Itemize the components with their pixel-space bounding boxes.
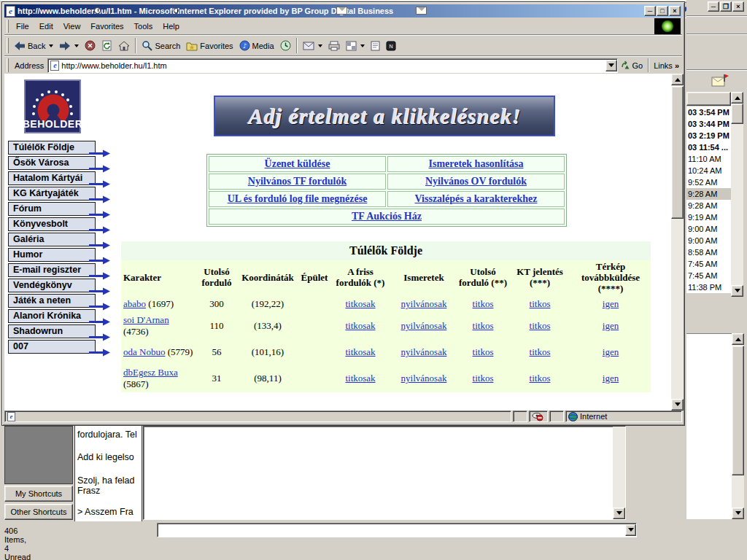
minimize-button[interactable]: ─ — [644, 6, 656, 16]
fresh-link[interactable]: titkosak — [345, 346, 375, 357]
nav-item[interactable]: Hatalom Kártyái — [8, 171, 96, 185]
menu-help[interactable]: Help — [158, 20, 185, 33]
print-button[interactable] — [325, 37, 343, 55]
address-url[interactable]: http://www.beholder.hu/l1.htm — [61, 61, 603, 70]
forward-dropdown-icon[interactable] — [74, 44, 79, 50]
close-button[interactable]: × — [669, 6, 681, 16]
edit-dropdown-icon[interactable] — [360, 44, 365, 50]
fresh-link[interactable]: titkosak — [345, 373, 375, 384]
kt-link[interactable]: titkos — [530, 320, 551, 331]
outlook-close-button[interactable]: × — [732, 1, 744, 12]
quick-link-cell[interactable]: Nyilvános OV fordulók — [387, 174, 565, 190]
outlook-list-scrollbar[interactable] — [731, 92, 743, 297]
fresh-link[interactable]: titkosak — [345, 298, 375, 309]
stop-button[interactable] — [82, 37, 98, 55]
go-button[interactable]: Go — [618, 58, 646, 73]
mail-dropdown-icon[interactable] — [318, 44, 322, 50]
back-dropdown-icon[interactable] — [49, 44, 53, 50]
outlook-reading-scrollbar[interactable] — [732, 333, 744, 519]
knowledge-link[interactable]: nyilvánosak — [401, 373, 447, 384]
nav-item[interactable]: Alanori Krónika — [8, 309, 96, 323]
banner[interactable]: Adj értelmet a klikkelésnek! — [214, 96, 555, 136]
menu-tools[interactable]: Tools — [129, 20, 158, 33]
home-button[interactable] — [115, 37, 133, 55]
map-link[interactable]: igen — [603, 373, 619, 384]
link-ismeretek[interactable]: Ismeretek hasonlítása — [428, 158, 523, 169]
list-item[interactable]: 9:28 AM — [686, 200, 731, 211]
refresh-button[interactable] — [98, 37, 115, 55]
links-label[interactable]: Links — [654, 61, 673, 70]
beholder-logo[interactable]: BEHOLDER — [24, 79, 81, 133]
scroll-thumb[interactable] — [732, 346, 744, 475]
kt-link[interactable]: titkos — [530, 298, 551, 309]
list-item[interactable]: 03 11:54 ... — [686, 141, 731, 153]
list-item[interactable]: 7:45 AM — [686, 258, 731, 270]
menu-edit[interactable]: Edit — [34, 20, 58, 33]
map-link[interactable]: igen — [603, 298, 619, 309]
quick-link-cell[interactable]: Nyilvános TF fordulók — [209, 174, 386, 190]
nav-item[interactable]: Túlélők Földje — [8, 141, 96, 155]
lastturn-link[interactable]: titkos — [473, 373, 494, 384]
links-chevron-icon[interactable]: » — [675, 61, 679, 70]
list-item[interactable]: 03 3:54 PM — [686, 106, 731, 118]
list-item-selected[interactable]: 9:28 AM — [686, 188, 731, 200]
maximize-button[interactable]: □ — [657, 6, 668, 16]
link-visszalepes[interactable]: Visszalépés a karakterekhez — [415, 193, 538, 204]
list-item[interactable]: 03 3:44 PM — [686, 118, 731, 130]
character-link[interactable]: oda Nobuo — [123, 346, 165, 357]
list-item[interactable]: 11:10 AM — [686, 153, 731, 165]
lastturn-link[interactable]: titkos — [473, 320, 494, 331]
scroll-down-button[interactable] — [731, 285, 743, 297]
nav-item[interactable]: 007 — [8, 340, 96, 354]
scroll-down-button[interactable] — [671, 399, 684, 411]
outlook-minimize-button[interactable]: ─ — [708, 1, 719, 12]
lastturn-link[interactable]: titkos — [473, 298, 494, 309]
nav-item[interactable]: Könyvesbolt — [8, 217, 96, 231]
knowledge-link[interactable]: nyilvánosak — [401, 346, 447, 357]
nav-item[interactable]: Shadowrun — [8, 324, 96, 338]
address-dropdown-button[interactable] — [605, 60, 617, 71]
search-button[interactable]: Search — [139, 37, 183, 55]
lastturn-link[interactable]: titkos — [473, 346, 494, 357]
kt-link[interactable]: titkos — [530, 373, 551, 384]
toolbar-grip[interactable] — [7, 38, 9, 54]
media-button[interactable]: ♪ Media — [236, 37, 277, 55]
nav-item[interactable]: Humor — [8, 248, 96, 262]
kt-link[interactable]: titkos — [530, 346, 551, 357]
knowledge-link[interactable]: nyilvánosak — [401, 298, 447, 309]
scroll-thumb[interactable] — [731, 104, 743, 124]
outlook-main-scrollbar[interactable] — [613, 427, 625, 519]
list-item[interactable]: 9:00 AM — [686, 223, 731, 235]
link-aukcios-haz[interactable]: TF Aukciós Ház — [352, 211, 422, 222]
toolbar-grip[interactable] — [7, 20, 9, 33]
nav-item[interactable]: Galéria — [8, 233, 96, 246]
outlook-status-field[interactable] — [157, 523, 637, 537]
ie-vertical-scrollbar[interactable] — [671, 74, 684, 411]
history-button[interactable] — [277, 37, 294, 55]
nav-item[interactable]: Ősök Városa — [8, 156, 96, 170]
character-link[interactable]: soi D'Arnan — [123, 314, 169, 325]
outlook-message-list[interactable]: 03 3:54 PM 03 3:44 PM 03 2:19 PM 03 11:5… — [686, 106, 731, 293]
fresh-link[interactable]: titkosak — [345, 320, 375, 331]
link-ov-fordulok[interactable]: Nyilvános OV fordulók — [425, 176, 527, 187]
outlook-preview-pane[interactable]: fordulojara. Tel Add ki legelso Szolj, h… — [74, 426, 142, 521]
list-item[interactable]: 9:00 AM — [686, 235, 731, 246]
dropdown-button[interactable] — [625, 524, 636, 536]
nav-item[interactable]: Fórum — [8, 202, 96, 216]
map-link[interactable]: igen — [603, 346, 619, 357]
received-column-header[interactable] — [686, 92, 731, 106]
flag-envelope-icon[interactable] — [711, 74, 729, 87]
address-input[interactable]: e http://www.beholder.hu/l1.htm — [47, 58, 617, 73]
list-item[interactable]: 11:38 PM — [686, 281, 731, 293]
nav-item[interactable]: Játék a neten — [8, 294, 96, 308]
menu-view[interactable]: View — [58, 20, 86, 33]
messenger-button[interactable]: N — [383, 37, 399, 55]
scroll-up-button[interactable] — [731, 92, 743, 104]
menu-file[interactable]: File — [11, 20, 34, 33]
link-tf-fordulok[interactable]: Nyilvános TF fordulók — [248, 176, 347, 187]
list-item[interactable]: 7:45 AM — [686, 270, 731, 281]
scroll-up-button[interactable] — [671, 74, 684, 85]
link-ul-log[interactable]: UL és forduló log file megnézése — [228, 193, 368, 204]
toolbar-grip[interactable] — [7, 58, 9, 71]
discuss-button[interactable] — [368, 37, 383, 55]
